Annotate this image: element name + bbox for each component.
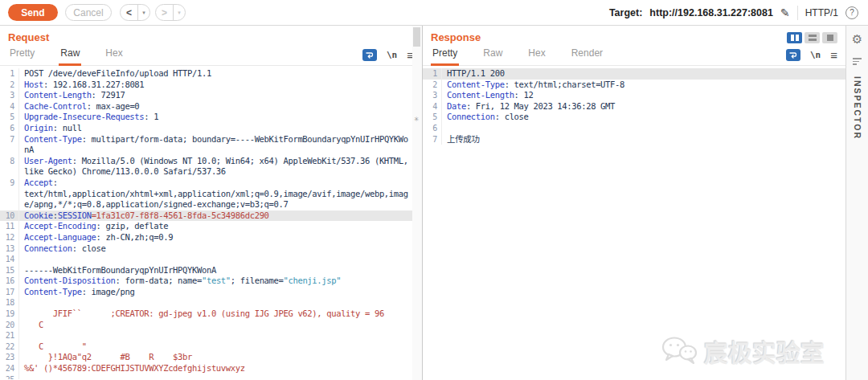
line-content[interactable]: C [24,320,422,331]
edit-target-icon[interactable]: ✎ [780,6,790,19]
code-line[interactable]: 11Accept-Encoding: gzip, deflate [0,221,422,232]
line-content[interactable] [24,297,422,308]
line-content[interactable] [24,254,422,265]
line-number: 4 [0,101,19,112]
code-line[interactable]: 1POST /deve/deveFileInfo/upload HTTP/1.1 [0,68,422,80]
cancel-button[interactable]: Cancel [65,4,112,21]
code-line[interactable]: 4Cache-Control: max-age=0 [0,101,422,112]
gear-icon[interactable]: ⚙ [852,32,862,47]
help-icon[interactable]: ? [845,6,858,19]
chevron-down-icon[interactable]: ▾ [174,5,185,20]
line-content[interactable]: JFIF`` ;CREATOR: gd-jpeg v1.0 (using IJG… [24,308,422,320]
next-request-button[interactable]: > ▾ [155,4,186,21]
code-line[interactable]: 16Content-Disposition: form-data; name="… [0,276,422,287]
line-number: 15 [0,265,19,276]
code-line[interactable]: 19 JFIF`` ;CREATOR: gd-jpeg v1.0 (using … [0,308,422,320]
line-content[interactable] [24,374,422,379]
code-line[interactable]: 9Accept: text/html,application/xhtml+xml… [0,178,422,210]
layout-rows-icon[interactable] [805,32,820,43]
line-content[interactable]: Cache-Control: max-age=0 [24,101,422,112]
line-content[interactable]: Cookie:SESSION=1fa31c07-f8f8-4561-8fda-5… [24,210,422,222]
line-content: Date: Fri, 12 May 2023 14:36:28 GMT [447,101,845,112]
line-content[interactable] [24,330,422,341]
code-line[interactable]: 2Host: 192.168.31.227:8081 [0,80,422,91]
line-content[interactable]: POST /deve/deveFileInfo/upload HTTP/1.1 [24,68,422,80]
target-url: http://192.168.31.227:8081 [649,7,773,18]
line-number: 5 [0,112,19,123]
tab-raw[interactable]: Raw [59,44,81,66]
previous-request-button[interactable]: < ▾ [120,4,150,21]
http-version-selector[interactable]: HTTP/1 [805,7,838,18]
line-content[interactable]: }!1AQa"q2 #B R $3br [24,352,422,363]
chevron-down-icon[interactable]: ▾ [138,5,149,20]
code-line[interactable]: 3Content-Length: 72917 [0,90,422,101]
layout-columns-icon[interactable] [787,32,802,43]
inspector-tab[interactable]: INSPECTOR [853,76,862,140]
code-line[interactable]: 24%&' ()*456789:CDEFGHIJSTUVWXYZcdefghij… [0,363,422,374]
line-number: 19 [0,308,19,320]
request-editor[interactable]: 1POST /deve/deveFileInfo/upload HTTP/1.1… [0,66,422,379]
code-line[interactable]: 22 C " [0,341,422,353]
show-newlines-icon[interactable]: \n [810,50,821,60]
code-line[interactable]: 13Connection: close [0,243,422,255]
code-line[interactable]: 15------WebKitFormBoundaryqpYnUIrHPQYKWo… [0,265,422,276]
line-content[interactable]: User-Agent: Mozilla/5.0 (Windows NT 10.0… [24,156,422,178]
code-line: 7上传成功 [423,134,845,145]
tab-pretty[interactable]: Pretty [431,44,459,66]
line-content[interactable]: Host: 192.168.31.227:8081 [24,80,422,91]
code-line[interactable]: 20 C [0,320,422,331]
line-content[interactable]: Content-Type: multipart/form-data; bound… [24,134,422,156]
line-content[interactable]: Accept-Encoding: gzip, deflate [24,221,422,232]
line-content[interactable]: Accept-Language: zh-CN,zh;q=0.9 [24,232,422,243]
line-number: 10 [0,210,19,222]
line-content: Connection: close [447,112,845,123]
line-content[interactable]: Accept: text/html,application/xhtml+xml,… [24,178,422,210]
request-panel: Request PrettyRawHex \n ≡ 1POST /deve/de… [0,26,423,380]
tab-hex[interactable]: Hex [526,44,547,66]
line-number: 13 [0,243,19,255]
response-panel-header: Response PrettyRawHexRender \n ≡ [423,26,845,66]
code-line[interactable]: 12Accept-Language: zh-CN,zh;q=0.9 [0,232,422,243]
menu-icon[interactable]: ≡ [830,49,837,61]
layout-single-icon[interactable] [822,32,837,43]
code-line[interactable]: 18 [0,297,422,308]
tab-raw[interactable]: Raw [481,44,504,66]
line-content[interactable]: ------WebKitFormBoundaryqpYnUIrHPQYKWonA [24,265,422,276]
word-wrap-icon[interactable] [362,49,377,61]
show-newlines-icon[interactable]: \n [387,50,397,60]
line-content[interactable]: %&' ()*456789:CDEFGHIJSTUVWXYZcdefghijst… [24,363,422,374]
line-content[interactable]: Upgrade-Insecure-Requests: 1 [24,112,422,123]
tab-pretty[interactable]: Pretty [8,44,36,66]
line-content[interactable]: Origin: null [24,123,422,134]
code-line[interactable]: 23 }!1AQa"q2 #B R $3br [0,352,422,363]
line-content[interactable]: Content-Disposition: form-data; name="te… [24,276,422,287]
request-scrollbar[interactable]: ✳ [412,26,422,380]
code-line[interactable]: 5Upgrade-Insecure-Requests: 1 [0,112,422,123]
code-line[interactable]: 14 [0,254,422,265]
code-line[interactable]: 17Content-Type: image/png [0,287,422,298]
scrollbar-thumb[interactable] [413,27,420,47]
line-content[interactable]: Content-Length: 72917 [24,90,422,101]
line-number: 7 [423,134,442,145]
code-line: 3Content-Length: 12 [423,90,845,101]
code-line[interactable]: 10Cookie:SESSION=1fa31c07-f8f8-4561-8fda… [0,210,422,222]
chevron-left-icon[interactable]: < [121,5,138,20]
line-content[interactable]: C " [24,341,422,353]
line-content[interactable]: Connection: close [24,243,422,255]
target-label: Target: [609,7,642,18]
send-button[interactable]: Send [8,4,58,21]
response-title: Response [431,31,481,43]
code-line[interactable]: 7Content-Type: multipart/form-data; boun… [0,134,422,156]
code-line[interactable]: 6Origin: null [0,123,422,134]
line-content[interactable]: Content-Type: image/png [24,287,422,298]
tab-hex[interactable]: Hex [104,44,124,66]
code-line[interactable]: 25 [0,374,422,379]
divider [797,6,798,20]
word-wrap-icon[interactable] [786,49,800,61]
code-line[interactable]: 21 [0,330,422,341]
chevron-right-icon[interactable]: > [156,5,174,20]
code-line[interactable]: 8User-Agent: Mozilla/5.0 (Windows NT 10.… [0,156,422,178]
filter-icon[interactable] [853,58,862,65]
tab-render[interactable]: Render [570,44,604,66]
response-viewer: 1HTTP/1.1 2002Content-Type: text/html;ch… [423,66,845,379]
